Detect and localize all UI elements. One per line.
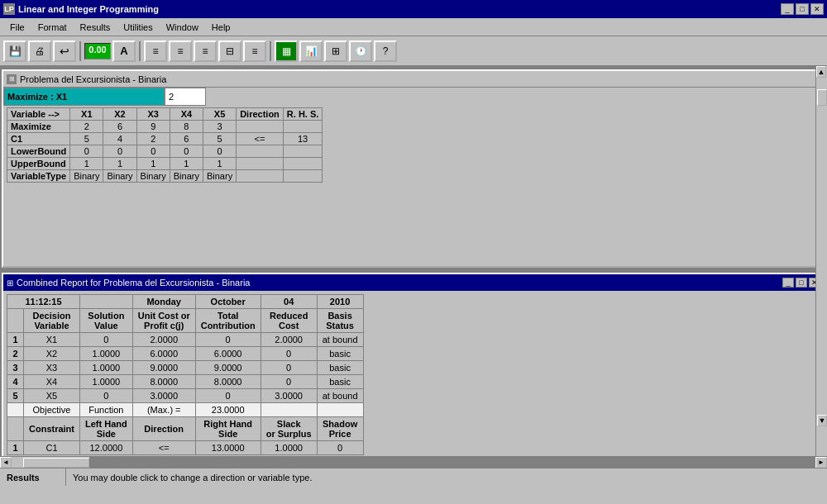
report-cell: 0 xyxy=(261,361,317,375)
problem-cell[interactable] xyxy=(283,170,323,183)
scroll-down[interactable]: ▼ xyxy=(817,415,827,426)
scroll-left[interactable]: ◄ xyxy=(0,457,12,468)
report-cell: at bound xyxy=(317,333,363,347)
report-maximize[interactable]: □ xyxy=(796,278,807,288)
problem-cell[interactable]: 8 xyxy=(170,121,203,133)
problem-table-row[interactable]: UpperBound11111 xyxy=(7,158,323,170)
vertical-scrollbar[interactable]: ▲ ▼ xyxy=(815,66,827,456)
problem-cell[interactable] xyxy=(237,121,284,133)
problem-cell[interactable]: Binary xyxy=(70,170,103,183)
h-solution: SolutionValue xyxy=(80,309,133,333)
problem-cell[interactable]: 0 xyxy=(136,145,170,158)
maximize-value[interactable]: 2 xyxy=(165,88,206,106)
menu-format[interactable]: Format xyxy=(31,21,74,34)
problem-cell[interactable] xyxy=(237,158,284,170)
obj-value: 23.0000 xyxy=(195,403,261,417)
problem-cell[interactable]: 0 xyxy=(170,145,203,158)
problem-cell[interactable]: 9 xyxy=(136,121,170,133)
report-cell: 6.0000 xyxy=(195,347,261,361)
problem-cell[interactable]: 2 xyxy=(70,121,103,133)
chart-btn[interactable]: ▦ xyxy=(275,40,298,62)
toolbar: 💾 🖨 ↩ 0.00 A ≡ ≡ ≡ ⊟ ≡ ▦ 📊 ⊞ 🕐 ? xyxy=(0,36,827,66)
report-minimize[interactable]: _ xyxy=(782,278,794,288)
h-reduced: ReducedCost xyxy=(261,309,317,333)
font-button[interactable]: A xyxy=(112,40,136,62)
horizontal-scrollbar[interactable]: ◄ ► xyxy=(0,456,827,468)
undo-button[interactable]: ↩ xyxy=(53,40,76,62)
report-cell: basic xyxy=(317,347,363,361)
report-cell: basic xyxy=(317,361,363,375)
ch-slack: Slackor Surplus xyxy=(261,417,317,441)
h-total: TotalContribution xyxy=(195,309,261,333)
problem-cell[interactable]: 1 xyxy=(203,158,236,170)
problem-cell[interactable]: 4 xyxy=(103,133,136,145)
obj-empty2 xyxy=(317,403,363,417)
help-btn[interactable]: ? xyxy=(374,40,397,62)
problem-cell[interactable]: 6 xyxy=(103,121,136,133)
align-left[interactable]: ≡ xyxy=(144,40,167,62)
problem-cell[interactable]: Binary xyxy=(203,170,236,183)
constraint-cell: 0 xyxy=(317,441,363,455)
problem-cell[interactable]: 6 xyxy=(170,133,203,145)
report-table: 11:12:15 Monday October 04 2010 Decision… xyxy=(7,294,364,455)
constraint-cell: 13.0000 xyxy=(195,441,261,455)
problem-cell[interactable] xyxy=(283,121,323,133)
col-btn[interactable]: ⊟ xyxy=(218,40,241,62)
problem-cell[interactable]: 0 xyxy=(203,145,236,158)
year-cell: 2010 xyxy=(317,295,363,309)
menu-window[interactable]: Window xyxy=(160,21,205,34)
clock-btn[interactable]: 🕐 xyxy=(349,40,372,62)
col-x1: X1 xyxy=(70,108,103,121)
problem-cell[interactable]: 5 xyxy=(203,133,236,145)
maximize-label[interactable]: Maximize : X1 xyxy=(3,88,165,106)
align-right[interactable]: ≡ xyxy=(194,40,217,62)
problem-cell[interactable]: <= xyxy=(237,133,284,145)
maximize-button[interactable]: □ xyxy=(796,3,809,15)
problem-cell[interactable]: Binary xyxy=(136,170,170,183)
problem-cell[interactable] xyxy=(283,158,323,170)
empty-date xyxy=(80,295,133,309)
report-cell: 1.0000 xyxy=(80,375,133,389)
scroll-thumb-v[interactable] xyxy=(817,89,827,106)
problem-cell[interactable]: 1 xyxy=(103,158,136,170)
menu-utilities[interactable]: Utilities xyxy=(117,21,159,34)
report-cell: 0 xyxy=(195,389,261,403)
scroll-up[interactable]: ▲ xyxy=(816,66,826,78)
scroll-thumb-h[interactable] xyxy=(23,458,89,468)
problem-cell[interactable] xyxy=(237,145,284,158)
save-button[interactable]: 💾 xyxy=(3,40,26,62)
report-cell: X1 xyxy=(24,333,80,347)
problem-cell[interactable]: 5 xyxy=(70,133,103,145)
report-icon: ⊞ xyxy=(7,278,13,288)
problem-table-row[interactable]: C154265<=13 xyxy=(7,133,323,145)
problem-cell[interactable]: 2 xyxy=(136,133,170,145)
problem-table-row[interactable]: Maximize26983 xyxy=(7,121,323,133)
menu-help[interactable]: Help xyxy=(205,21,237,34)
problem-cell[interactable]: 13 xyxy=(283,133,323,145)
problem-cell[interactable]: 0 xyxy=(70,145,103,158)
col-direction: Direction xyxy=(237,108,284,121)
row-btn[interactable]: ≡ xyxy=(243,40,266,62)
scroll-right[interactable]: ► xyxy=(815,457,827,468)
bar-chart-btn[interactable]: 📊 xyxy=(299,40,323,62)
problem-cell[interactable]: Binary xyxy=(103,170,136,183)
problem-cell[interactable]: 0 xyxy=(103,145,136,158)
menu-results[interactable]: Results xyxy=(74,21,117,34)
grid-btn[interactable]: ⊞ xyxy=(324,40,347,62)
menu-file[interactable]: File xyxy=(3,21,31,34)
minimize-button[interactable]: _ xyxy=(781,3,794,15)
problem-cell[interactable] xyxy=(283,145,323,158)
problem-cell[interactable]: 1 xyxy=(70,158,103,170)
report-cell: 9.0000 xyxy=(195,361,261,375)
problem-cell[interactable] xyxy=(237,170,284,183)
align-center[interactable]: ≡ xyxy=(169,40,192,62)
constraint-cell: 1.0000 xyxy=(261,441,317,455)
close-button[interactable]: ✕ xyxy=(810,3,824,15)
print-button[interactable]: 🖨 xyxy=(28,40,51,62)
problem-table-row[interactable]: VariableTypeBinaryBinaryBinaryBinaryBina… xyxy=(7,170,323,183)
problem-cell[interactable]: 1 xyxy=(136,158,170,170)
problem-cell[interactable]: 3 xyxy=(203,121,236,133)
problem-cell[interactable]: Binary xyxy=(170,170,203,183)
problem-table-row[interactable]: LowerBound00000 xyxy=(7,145,323,158)
problem-cell[interactable]: 1 xyxy=(170,158,203,170)
